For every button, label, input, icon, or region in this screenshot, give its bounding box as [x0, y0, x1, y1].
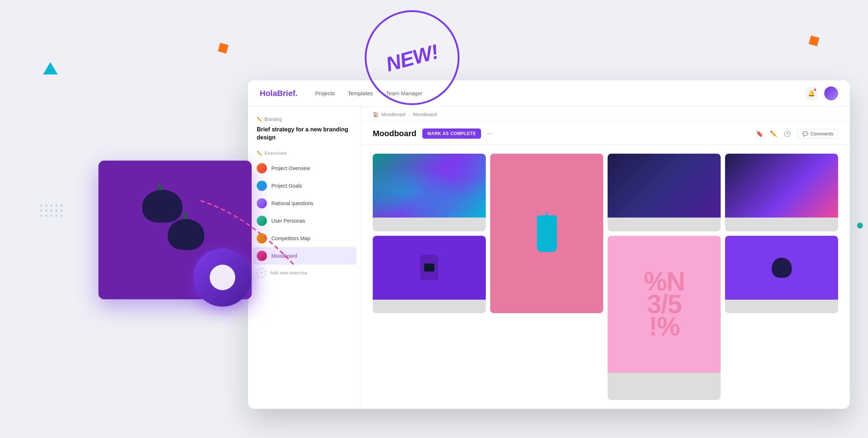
content-area: 🏠 Moodboard › Moodboard Moodboard MARK A… — [361, 107, 850, 409]
teal-dot — [857, 223, 863, 228]
floating-stem-1 — [158, 183, 162, 191]
more-options-button[interactable]: ··· — [487, 130, 492, 138]
orange-square-3 — [810, 36, 818, 45]
comment-icon: 💬 — [802, 131, 808, 137]
avatar-4 — [257, 216, 267, 226]
pencil-icon: ✏️ — [257, 117, 262, 122]
pencil-small-icon: ✏️ — [257, 151, 263, 156]
sidebar-project-title: Brief strategy for a new branding design — [248, 126, 361, 151]
orange-square-1 — [219, 44, 228, 53]
grid-item-pink-cup[interactable] — [490, 154, 603, 313]
content-header: Moodboard MARK AS COMPLETE ··· 🔖 ✏️ 🕐 💬 … — [361, 123, 850, 145]
pepper-icon — [772, 258, 792, 278]
floating-stem-2 — [183, 213, 187, 220]
sidebar-item-project-goals[interactable]: Project Goals — [248, 177, 361, 195]
moodboard-grid: %N3/5!% — [361, 145, 850, 409]
avatar-2 — [257, 181, 267, 191]
avatar-1 — [257, 163, 267, 173]
dot-grid-1 — [40, 204, 63, 218]
sidebar-item-rational-questions[interactable]: Rational questions — [248, 195, 361, 212]
nav-projects[interactable]: Projects — [315, 90, 335, 96]
floating-pepper-2 — [168, 219, 204, 250]
sidebar-item-project-overview[interactable]: Project Overview — [248, 160, 361, 177]
navbar-right: 🔔 — [805, 87, 838, 100]
add-circle-icon: + — [257, 268, 266, 278]
grid-item-purple-dark[interactable] — [725, 154, 838, 231]
grid-item-leaves[interactable] — [608, 154, 721, 231]
new-badge-circle: NEW! — [365, 10, 460, 105]
notifications-button[interactable]: 🔔 — [805, 87, 818, 100]
sidebar-item-competitors-map[interactable]: Competitors Map — [248, 230, 361, 247]
cup-shape — [537, 215, 557, 252]
clock-icon[interactable]: 🕐 — [784, 130, 791, 137]
main-area: ✏️ Branding Brief strategy for a new bra… — [248, 107, 850, 409]
comments-button[interactable]: 💬 Comments — [798, 129, 838, 139]
page-title: Moodboard — [373, 129, 416, 138]
grid-item-gameboy[interactable] — [373, 236, 486, 314]
gameboy-icon — [420, 255, 438, 280]
avatar-5 — [257, 233, 267, 243]
avatar-3 — [257, 198, 267, 208]
user-avatar[interactable] — [824, 87, 838, 100]
content-header-right: 🔖 ✏️ 🕐 💬 Comments — [756, 129, 838, 139]
bookmark-icon[interactable]: 🔖 — [756, 130, 763, 137]
triangle-decor-1 — [43, 62, 58, 74]
purple-icon-circle — [193, 248, 252, 307]
grid-item-tropical[interactable] — [373, 154, 486, 231]
app-logo: HolaBrief. — [260, 89, 298, 98]
navbar: HolaBrief. Projects Templates Team Manag… — [248, 80, 850, 107]
content-breadcrumb: 🏠 Moodboard › Moodboard — [361, 107, 850, 123]
grid-item-pepper[interactable] — [725, 236, 838, 314]
sidebar-item-user-personas[interactable]: User Personas — [248, 212, 361, 230]
grid-item-typography[interactable]: %N3/5!% — [608, 236, 721, 400]
new-badge-text: NEW! — [383, 39, 441, 76]
sidebar-item-moodboard[interactable]: Moodboard — [252, 247, 356, 265]
notification-badge — [813, 88, 817, 92]
edit-icon[interactable]: ✏️ — [770, 130, 777, 137]
avatar-6 — [257, 251, 267, 261]
sidebar-section-label: ✏️ Exercises — [248, 151, 361, 160]
app-window: HolaBrief. Projects Templates Team Manag… — [248, 80, 850, 409]
sidebar: ✏️ Branding Brief strategy for a new bra… — [248, 107, 361, 409]
sidebar-breadcrumb: ✏️ Branding — [248, 117, 361, 126]
add-exercise-button[interactable]: + Add new exercise — [248, 265, 361, 281]
home-icon: 🏠 — [373, 112, 379, 117]
new-badge: NEW! — [365, 10, 460, 105]
floating-pepper-1 — [142, 190, 182, 223]
mark-complete-button[interactable]: MARK AS COMPLETE — [422, 128, 481, 139]
